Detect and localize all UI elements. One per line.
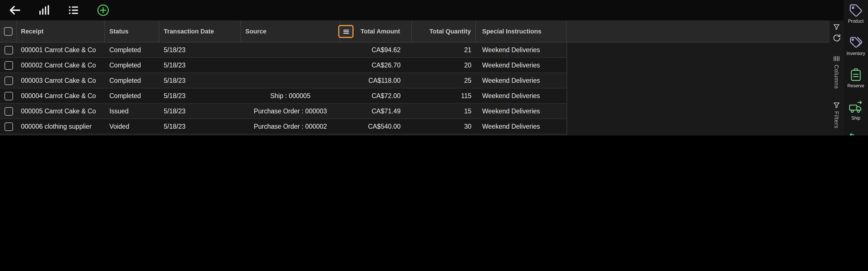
hamburger-icon — [342, 28, 350, 35]
column-menu-button[interactable] — [338, 25, 353, 38]
list-view-icon[interactable] — [66, 2, 82, 18]
cell-transaction-date: 5/18/23 — [159, 42, 241, 57]
sidebar-item-ship[interactable]: Ship — [844, 100, 868, 121]
panel-tab-label: Columns — [833, 65, 840, 89]
cell-receipt: 000003 Carrot Cake & Co — [17, 73, 105, 88]
cell-receipt: 000001 Carrot Cake & Co — [17, 42, 105, 57]
cell-total-amount: CA$26.70 — [340, 58, 412, 72]
cell-source: Ship : 000005 — [241, 88, 340, 103]
cell-transaction-date: 5/18/23 — [159, 134, 241, 136]
cell-source: Purchase Order : 000002 — [241, 119, 340, 134]
row-checkbox[interactable] — [4, 76, 13, 85]
inventory-tags-icon — [849, 36, 863, 50]
refresh-icon[interactable] — [832, 33, 841, 42]
column-header-receipt[interactable]: Receipt — [17, 21, 105, 42]
column-header-special-instructions[interactable]: Special Instructions — [476, 21, 566, 42]
cell-transaction-date: 5/18/23 — [159, 104, 241, 119]
cell-total-amount: CA$94.62 — [340, 42, 412, 57]
app-root: Receipt Status Transaction Date Source T… — [0, 0, 868, 136]
column-header-transaction-date[interactable]: Transaction Date — [159, 21, 241, 42]
side-toolbar: Columns Filters Preferences — [830, 21, 844, 136]
select-all-checkbox[interactable] — [4, 27, 12, 35]
header-filler — [566, 21, 830, 42]
cell-receipt: 000005 Carrot Cake & Co — [17, 104, 105, 119]
row-checkbox-cell — [0, 119, 17, 134]
add-icon[interactable] — [95, 2, 111, 18]
row-checkbox-cell — [0, 73, 17, 88]
cell-status: Completed — [105, 42, 159, 57]
cell-source — [241, 42, 340, 57]
cell-status: Completed — [105, 58, 159, 72]
table-row[interactable]: 000004 Carrot Cake & Co Completed 5/18/2… — [0, 88, 566, 104]
table-row[interactable]: 000005 Carrot Cake & Co Issued 5/18/23 P… — [0, 104, 566, 119]
sidebar-item-label: Inventory — [846, 52, 865, 56]
table-row[interactable]: 000003 Carrot Cake & Co Completed 5/18/2… — [0, 73, 566, 88]
cell-total-amount: CA$540.00 — [340, 119, 412, 134]
row-checkbox-cell — [0, 134, 17, 136]
sidebar-item-reserve[interactable]: Reserve — [844, 68, 868, 88]
cell-special-instructions: Weekend Deliveries — [476, 58, 566, 72]
cell-special-instructions: Weekend Deliveries — [476, 134, 566, 136]
panel-tab-filters[interactable]: Filters — [833, 101, 840, 128]
topbar — [0, 0, 844, 21]
row-checkbox[interactable] — [4, 122, 13, 131]
cell-status: Completed — [105, 134, 159, 136]
row-checkbox-cell — [0, 58, 17, 72]
sidebar-item-label: Product — [848, 19, 864, 24]
cell-status: Voided — [105, 119, 159, 134]
sidebar-item-product[interactable]: Product — [844, 3, 868, 24]
cell-status: Completed — [105, 73, 159, 88]
cell-special-instructions: Weekend Deliveries — [476, 42, 566, 57]
table-body: 000001 Carrot Cake & Co Completed 5/18/2… — [0, 42, 567, 136]
cell-total-amount: CA$71.49 — [340, 104, 412, 119]
row-checkbox[interactable] — [4, 92, 13, 100]
nav-sidebar: Product Inventory Reserve Ship Receive — [844, 0, 868, 136]
row-checkbox[interactable] — [4, 107, 13, 115]
sidebar-item-label: Reserve — [847, 84, 864, 88]
sidebar-item-inventory[interactable]: Inventory — [844, 36, 868, 56]
table-header: Receipt Status Transaction Date Source T… — [0, 21, 830, 42]
cell-status: Completed — [105, 88, 159, 103]
cell-source — [241, 73, 340, 88]
cell-receipt: 000007 Carrot Cake & Co — [17, 134, 105, 136]
receive-truck-icon — [849, 133, 863, 136]
sidebar-item-label: Ship — [851, 116, 860, 121]
ship-truck-icon — [849, 100, 863, 115]
cell-receipt: 000006 clothing supplier — [17, 119, 105, 134]
back-arrow-icon[interactable] — [7, 2, 23, 18]
cell-transaction-date: 5/18/23 — [159, 73, 241, 88]
cell-transaction-date: 5/18/23 — [159, 88, 241, 103]
cell-total-amount: CA$118.00 — [340, 73, 412, 88]
row-checkbox-cell — [0, 104, 17, 119]
cell-total-quantity: 25 — [412, 73, 476, 88]
cell-total-quantity: 20 — [412, 58, 476, 72]
row-checkbox-cell — [0, 88, 17, 103]
sidebar-item-receive[interactable]: Receive — [844, 133, 868, 136]
bar-chart-icon[interactable] — [36, 2, 52, 18]
cell-special-instructions: Weekend Deliveries — [476, 119, 566, 134]
filter-small-icon[interactable] — [833, 23, 840, 31]
cell-total-quantity: 115 — [412, 88, 476, 103]
cell-receipt: 000004 Carrot Cake & Co — [17, 88, 105, 103]
product-tag-icon — [849, 3, 863, 18]
table-row[interactable]: 000001 Carrot Cake & Co Completed 5/18/2… — [0, 42, 566, 58]
row-checkbox[interactable] — [4, 61, 13, 69]
table-row[interactable]: 000006 clothing supplier Voided 5/18/23 … — [0, 119, 566, 134]
panel-tab-columns[interactable]: Columns — [833, 55, 840, 89]
cell-total-quantity: 15 — [412, 104, 476, 119]
cell-special-instructions: Weekend Deliveries — [476, 88, 566, 103]
table-row[interactable]: 000002 Carrot Cake & Co Completed 5/18/2… — [0, 58, 566, 73]
scale-wrapper: Receipt Status Transaction Date Source T… — [0, 0, 868, 136]
table-row[interactable]: 000007 Carrot Cake & Co Completed 5/18/2… — [0, 134, 566, 136]
column-header-total-quantity[interactable]: Total Quantity — [412, 21, 476, 42]
cell-total-amount: CA$72.00 — [340, 88, 412, 103]
cell-receipt: 000002 Carrot Cake & Co — [17, 58, 105, 72]
cell-special-instructions: Weekend Deliveries — [476, 104, 566, 119]
row-checkbox[interactable] — [4, 46, 13, 54]
cell-total-quantity: 3 — [412, 134, 476, 136]
cell-total-quantity: 30 — [412, 119, 476, 134]
cell-source: Purchase Order : 000003 — [241, 104, 340, 119]
column-header-status[interactable]: Status — [105, 21, 159, 42]
column-header-source[interactable]: Source — [241, 21, 340, 42]
cell-transaction-date: 5/18/23 — [159, 119, 241, 134]
